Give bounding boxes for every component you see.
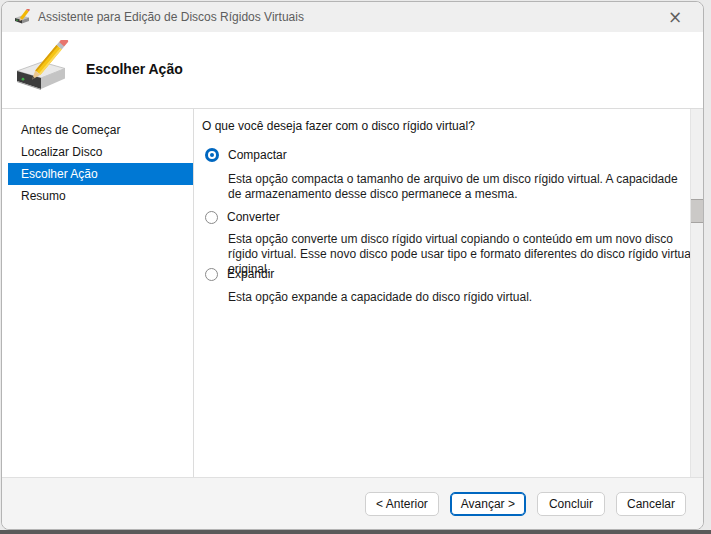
window-title: Assistente para Edição de Discos Rígidos… bbox=[38, 10, 304, 24]
option-description: Esta opção compacta o tamanho de arquivo… bbox=[228, 172, 694, 202]
avancar-button[interactable]: Avançar > bbox=[450, 492, 526, 516]
cancelar-button[interactable]: Cancelar bbox=[616, 492, 686, 516]
question-text: O que você deseja fazer com o disco rígi… bbox=[202, 119, 475, 133]
sidebar-item-antes-de-comecar[interactable]: Antes de Começar bbox=[8, 119, 193, 141]
page-content: O que você deseja fazer com o disco rígi… bbox=[194, 109, 690, 477]
radio-option-converter[interactable]: Converter bbox=[205, 210, 280, 224]
sidebar-item-escolher-acao[interactable]: Escolher Ação bbox=[8, 163, 193, 185]
scrollbar-thumb[interactable] bbox=[691, 199, 703, 223]
sidebar-item-localizar-disco[interactable]: Localizar Disco bbox=[8, 141, 193, 163]
page-title: Escolher Ação bbox=[86, 61, 183, 77]
option-label[interactable]: Expandir bbox=[227, 267, 274, 281]
wizard-steps-sidebar: Antes de Começar Localizar Disco Escolhe… bbox=[2, 109, 193, 477]
option-label[interactable]: Converter bbox=[227, 210, 280, 224]
sidebar-item-resumo[interactable]: Resumo bbox=[8, 185, 193, 207]
close-icon[interactable]: × bbox=[653, 2, 697, 32]
vertical-scrollbar[interactable] bbox=[690, 109, 703, 477]
desktop-background-strip bbox=[0, 530, 711, 534]
radio-option-compactar[interactable]: Compactar bbox=[205, 148, 287, 162]
radio-option-expandir[interactable]: Expandir bbox=[205, 267, 274, 281]
option-label[interactable]: Compactar bbox=[228, 148, 287, 162]
radio-icon-selected[interactable] bbox=[205, 148, 219, 162]
wizard-dialog: Assistente para Edição de Discos Rígidos… bbox=[1, 1, 704, 530]
radio-icon-unselected[interactable] bbox=[205, 211, 218, 224]
radio-icon-unselected[interactable] bbox=[205, 268, 218, 281]
wizard-header: Escolher Ação bbox=[2, 32, 703, 108]
button-bar: < Anterior Avançar > Concluir Cancelar bbox=[2, 477, 703, 529]
title-bar: Assistente para Edição de Discos Rígidos… bbox=[2, 2, 703, 32]
option-description: Esta opção converte um disco rígido virt… bbox=[228, 232, 704, 277]
virtual-disk-pencil-icon bbox=[12, 40, 70, 98]
concluir-button[interactable]: Concluir bbox=[537, 492, 605, 516]
option-description: Esta opção expande a capacidade do disco… bbox=[228, 290, 704, 305]
anterior-button[interactable]: < Anterior bbox=[365, 492, 439, 516]
app-icon bbox=[14, 9, 30, 25]
